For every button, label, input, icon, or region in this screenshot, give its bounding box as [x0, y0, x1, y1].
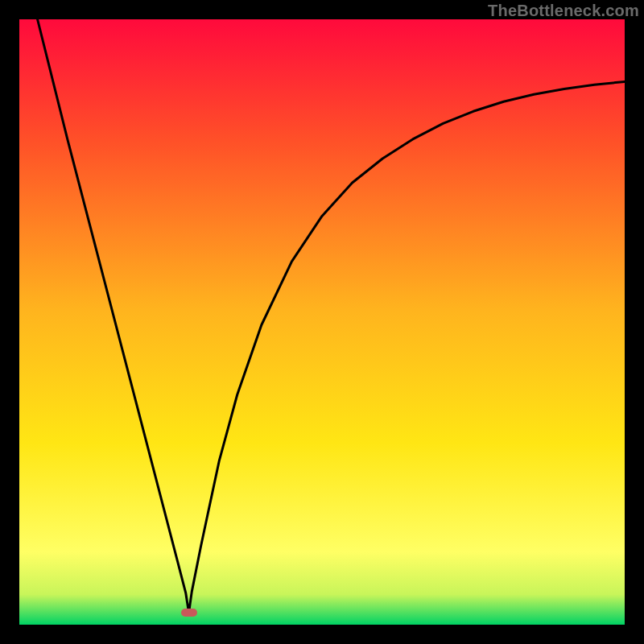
watermark-text: TheBottleneck.com [488, 2, 639, 20]
chart-frame: TheBottleneck.com [0, 0, 644, 644]
plot-area [19, 19, 625, 625]
bottleneck-curve [38, 19, 625, 613]
bottleneck-curve-svg [19, 19, 625, 625]
minimum-marker [181, 609, 197, 617]
